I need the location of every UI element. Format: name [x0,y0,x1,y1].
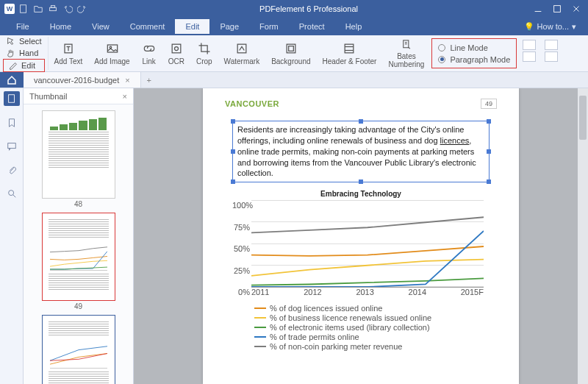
link-label: Link [143,57,156,65]
legend-item: % of trade permits online [254,333,490,341]
maximize-button[interactable] [548,1,566,16]
resize-handle[interactable] [487,119,491,124]
link-button[interactable]: Link [136,37,162,70]
watermark-button[interactable]: Watermark [218,37,266,70]
align-option-1[interactable] [523,40,536,50]
qat-new-icon[interactable] [18,3,29,15]
resize-handle[interactable] [487,149,491,154]
svg-rect-16 [288,46,293,51]
vertical-scrollbar[interactable] [578,88,588,384]
legend-label: % of business licence renewals issued on… [270,313,431,322]
search-panel-icon[interactable] [5,187,18,200]
hand-label: Hand [19,49,38,57]
bates-label: Bates Numbering [388,52,424,68]
app-icon: W [4,4,15,14]
qat-undo-icon[interactable] [62,3,74,15]
home-tab[interactable] [0,72,24,88]
thumbnail-number: 48 [42,200,115,208]
plot-area [251,201,484,288]
line-mode-radio[interactable]: Line Mode [438,43,510,52]
tab-label: vancouver-2016-budget [34,76,119,85]
selected-text-block[interactable]: Residents are increasingly taking advant… [232,121,490,182]
background-button[interactable]: Background [265,37,316,70]
thumbnail-page[interactable] [42,213,115,301]
add-text-button[interactable]: Add Text [49,37,89,70]
y-axis: 100%75%50%25%0% [232,201,250,296]
attachment-panel-icon[interactable] [5,163,18,177]
bates-button[interactable]: Bates Numbering [382,37,430,70]
workspace: Thumbnail × 48 [0,88,588,384]
align-option-4[interactable] [545,51,558,62]
add-image-button[interactable]: Add Image [88,37,135,70]
svg-rect-23 [8,95,14,103]
resize-handle[interactable] [231,119,235,124]
thumbnail-close-button[interactable]: × [123,92,127,101]
chart-title: Embracing Technology [232,190,490,198]
crop-button[interactable]: Crop [190,37,218,70]
menu-page[interactable]: Page [209,19,249,34]
thumbnail-page[interactable] [42,110,115,199]
scroll-thumb[interactable] [579,96,587,140]
thumbnail-number: 49 [42,302,115,310]
qat-print-icon[interactable] [47,3,59,15]
align-option-3[interactable] [545,40,558,50]
thumbnail-panel-icon[interactable] [4,91,20,106]
menu-help[interactable]: Help [335,19,373,34]
svg-rect-24 [7,143,15,149]
resize-handle[interactable] [231,149,235,154]
how-to-dropdown[interactable]: 💡 How to... ▾ [524,22,582,32]
tab-close-button[interactable]: × [125,76,129,85]
align-option-2[interactable] [523,51,536,62]
legend-label: % of trade permits online [270,333,359,341]
bookmark-panel-icon[interactable] [5,116,18,129]
close-button[interactable] [567,1,585,16]
minimize-button[interactable] [529,1,547,16]
edit-mode-group: Line Mode Paragraph Mode [431,38,517,68]
resize-handle[interactable] [231,179,235,184]
legend-swatch [254,336,266,338]
edit-tool[interactable]: Edit [3,59,45,72]
svg-rect-12 [172,44,181,53]
legend-item: % of business licence renewals issued on… [254,313,490,322]
svg-rect-17 [345,44,354,53]
resize-handle[interactable] [359,119,363,124]
menu-file[interactable]: File [6,19,40,34]
radio-icon [438,44,445,51]
chart-legend: % of dog licences issued online% of busi… [254,304,490,351]
add-tab-button[interactable]: + [141,72,157,88]
menu-protect[interactable]: Protect [289,19,335,34]
chevron-down-icon: ▾ [572,22,576,32]
paragraph-text[interactable]: Residents are increasingly taking advant… [237,125,476,177]
window-title: PDFelement 6 Professional [88,4,529,13]
resize-handle[interactable] [487,179,491,184]
bulb-icon: 💡 [524,22,534,32]
menu-home[interactable]: Home [40,19,82,34]
hand-tool[interactable]: Hand [3,47,45,59]
qat-redo-icon[interactable] [76,3,88,15]
comments-panel-icon[interactable] [5,140,18,153]
document-viewport[interactable]: VANCOUVER 49 Residents are increasingly … [134,88,588,384]
legend-item: % of non-coin parking meter revenue [254,342,490,351]
legend-label: % of electronic items used (library coll… [270,323,430,332]
menu-edit[interactable]: Edit [175,19,209,34]
menu-view[interactable]: View [82,19,120,34]
thumbnail-list[interactable]: 48 49 [24,104,133,384]
legend-swatch [254,327,266,328]
select-tool[interactable]: Select [3,35,45,47]
header-footer-button[interactable]: Header & Footer [317,37,383,70]
resize-handle[interactable] [359,179,363,184]
paragraph-mode-label: Paragraph Mode [450,55,510,64]
edit-label: Edit [21,61,35,70]
menu-bar: File Home View Comment Edit Page Form Pr… [0,18,588,35]
qat-open-icon[interactable] [32,3,44,15]
legend-swatch [254,346,266,347]
menu-comment[interactable]: Comment [120,19,176,34]
document-tab[interactable]: vancouver-2016-budget × [24,72,141,88]
svg-rect-4 [554,6,561,13]
paragraph-mode-radio[interactable]: Paragraph Mode [438,55,510,64]
menu-form[interactable]: Form [249,19,289,34]
ocr-button[interactable]: OCR [162,37,190,70]
page-logo: VANCOUVER [225,99,279,108]
thumbnail-page[interactable] [42,315,115,384]
legend-swatch [254,317,266,319]
